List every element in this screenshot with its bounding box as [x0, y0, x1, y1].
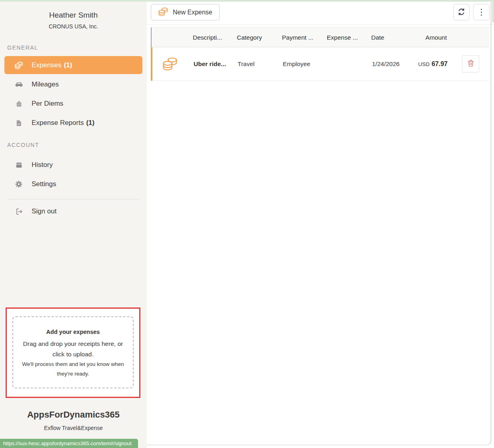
dropzone-line: Drag and drop your receipts here, or: [13, 339, 133, 349]
gear-icon: [14, 180, 23, 188]
window-top-accent: [0, 0, 494, 2]
column-header-description[interactable]: Descripti...: [193, 28, 222, 47]
cell-category: Travel: [238, 47, 255, 81]
user-company: CRONUS USA, Inc.: [0, 23, 147, 30]
column-header-category[interactable]: Category: [237, 28, 262, 47]
sidebar-item-label: Per Diems: [32, 100, 63, 108]
column-header-date[interactable]: Date: [371, 28, 384, 47]
sidebar-item-label: Settings: [32, 180, 56, 188]
dropzone-line: We'll process them and let you know when: [13, 360, 133, 369]
sidebar-item-sign-out[interactable]: Sign out: [0, 202, 147, 221]
delete-expense-button[interactable]: [462, 55, 479, 72]
currency-code: USD: [418, 61, 430, 67]
sidebar-item-label: Expenses: [32, 61, 62, 69]
sign-out-label: Sign out: [32, 207, 56, 215]
coins-icon: [162, 56, 178, 73]
more-options-button[interactable]: [473, 4, 490, 20]
sidebar-item-mileages[interactable]: Mileages: [0, 75, 147, 94]
main-content: New Expense Descripti... Category Paymen…: [147, 0, 494, 448]
sidebar: Heather Smith CRONUS USA, Inc. GENERAL E…: [0, 0, 147, 448]
sidebar-item-settings[interactable]: Settings: [0, 175, 147, 194]
coins-icon: [14, 61, 23, 70]
kebab-icon: [481, 9, 482, 16]
dropzone-line: they're ready.: [13, 369, 133, 379]
sidebar-item-history[interactable]: History: [0, 155, 147, 175]
brand-block: AppsForDynamics365 Exflow Travel&Expense: [0, 410, 147, 431]
cell-payment: Employee: [283, 47, 310, 81]
sidebar-item-expenses[interactable]: Expenses(1): [4, 56, 142, 74]
sidebar-divider: [7, 199, 140, 199]
coins-icon: [158, 6, 168, 18]
calendar-icon: [14, 161, 23, 169]
cell-description: Uber ride...: [194, 47, 226, 81]
refresh-icon: [457, 8, 466, 17]
general-section-label: GENERAL: [7, 44, 147, 51]
sidebar-item-per-diems[interactable]: Per Diems: [0, 94, 147, 113]
window-right-accent: [492, 0, 494, 22]
table-header: Descripti... Category Payment ... Expens…: [151, 27, 490, 47]
user-name: Heather Smith: [0, 11, 147, 20]
dropzone-title: Add your expenses: [13, 329, 133, 335]
expenses-table: Descripti... Category Payment ... Expens…: [151, 27, 490, 81]
brand-subtitle: Exflow Travel&Expense: [0, 425, 147, 431]
sidebar-item-count: (1): [86, 119, 94, 127]
table-row[interactable]: Uber ride... Travel Employee 1/24/2026 U…: [151, 47, 490, 81]
sidebar-item-label: History: [32, 161, 53, 169]
column-header-payment[interactable]: Payment ...: [282, 28, 313, 47]
refresh-button[interactable]: [453, 4, 470, 20]
brand-title: AppsForDynamics365: [0, 410, 147, 420]
column-header-expense[interactable]: Expense ...: [327, 28, 358, 47]
document-icon: [14, 119, 23, 127]
sidebar-item-label: Expense Reports: [32, 119, 84, 127]
sidebar-item-count: (1): [64, 61, 72, 69]
new-expense-button[interactable]: New Expense: [151, 4, 220, 20]
trash-icon: [466, 59, 475, 69]
link-status-bar: https://sus-hesc.appsfordynamics365.com/…: [0, 439, 138, 448]
toolbar: New Expense: [147, 0, 494, 25]
new-expense-label: New Expense: [173, 9, 212, 16]
cell-amount: USD67.97: [392, 47, 448, 81]
luggage-icon: [14, 100, 23, 108]
account-section-label: ACCOUNT: [7, 142, 147, 148]
column-header-amount[interactable]: Amount: [392, 28, 447, 47]
car-icon: [14, 80, 23, 89]
dropzone-highlight: Add your expenses Drag and drop your rec…: [6, 307, 140, 398]
sidebar-item-expense-reports[interactable]: Expense Reports(1): [0, 113, 147, 133]
receipt-dropzone[interactable]: Add your expenses Drag and drop your rec…: [12, 316, 134, 388]
user-block: Heather Smith CRONUS USA, Inc.: [0, 0, 147, 30]
amount-value: 67.97: [432, 60, 448, 67]
sidebar-item-label: Mileages: [32, 80, 59, 88]
sign-out-icon: [14, 207, 23, 216]
dropzone-line: click to upload.: [13, 349, 133, 360]
